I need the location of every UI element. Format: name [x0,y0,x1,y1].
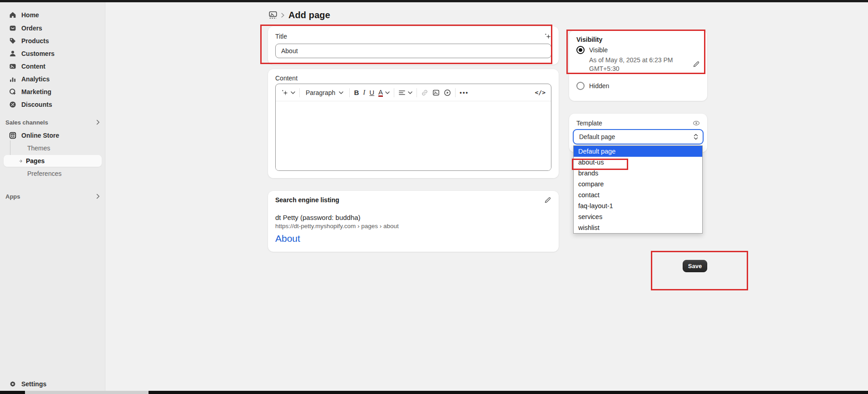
bottom-bar-segment [25,391,149,394]
text-color-button[interactable]: A [378,89,390,97]
visible-label: Visible [589,46,608,54]
content-icon [9,63,16,70]
edit-visibility-date-button[interactable] [693,60,700,68]
sidebar-item-label: Themes [27,145,50,152]
visibility-option-visible[interactable]: Visible [576,46,700,54]
bold-button[interactable]: B [354,89,359,96]
more-options-button[interactable]: ••• [460,89,469,96]
breadcrumb: Add page [269,9,330,21]
sidebar-item-label: Products [21,37,49,45]
template-select[interactable]: Default page [573,129,704,145]
sidebar-item-analytics[interactable]: Analytics [4,73,102,85]
sidebar-item-orders[interactable]: Orders [4,22,102,34]
bottom-bar [0,391,868,394]
sidebar-item-label: Content [21,63,45,70]
visibility-title: Visibility [576,36,700,46]
sales-channels-label: Sales channels [5,119,48,126]
hidden-label: Hidden [589,82,609,90]
breadcrumb-separator-icon [281,13,284,18]
template-dropdown-menu: Default page about-us brands compare con… [573,145,703,234]
shopify-admin-add-page: Home Orders Products Customers Content A… [0,0,868,394]
eye-icon[interactable] [693,120,700,127]
orders-icon [9,25,16,32]
apps-header[interactable]: Apps [5,191,100,201]
toolbar-divider [299,88,300,97]
dropdown-option-about-us[interactable]: about-us [574,157,702,168]
visibility-option-hidden[interactable]: Hidden [576,82,609,90]
alignment-button[interactable] [398,89,412,96]
sidebar-item-content[interactable]: Content [4,60,102,72]
ai-assist-button[interactable] [281,89,295,96]
link-icon [421,89,428,96]
dropdown-option-default-page[interactable]: Default page [574,146,702,157]
toolbar-divider [349,88,350,97]
sales-channels-header[interactable]: Sales channels [5,117,100,127]
save-button[interactable]: Save [683,260,707,272]
chevron-down-icon [339,91,343,94]
magic-sparkle-icon [281,89,288,96]
top-bar [0,0,868,2]
sidebar-item-label: Customers [21,50,55,57]
radio-selected-icon[interactable] [576,46,585,54]
editor-text-area[interactable] [276,101,551,171]
insert-image-button[interactable] [432,89,440,96]
home-icon [9,11,16,19]
sidebar-item-products[interactable]: Products [4,35,102,47]
visible-date-line2: GMT+5:30 [589,65,680,73]
search-engine-listing-card: Search engine listing dt Petty (password… [268,191,559,252]
sidebar-item-online-store[interactable]: Online Store [4,130,102,141]
sidebar-item-preferences[interactable]: Preferences [4,168,102,180]
sidebar-item-home[interactable]: Home [4,9,102,21]
dropdown-option-brands[interactable]: brands [574,168,702,179]
visible-date-meta: As of May 8, 2025 at 6:23 PM GMT+5:30 [589,56,680,73]
paragraph-style-dropdown[interactable]: Paragraph [304,89,345,96]
arrow-right-icon [19,159,22,164]
dropdown-option-services[interactable]: services [574,211,702,222]
show-html-button[interactable]: </> [535,89,546,96]
sidebar-item-label: Marketing [21,88,51,95]
sidebar-item-label: Settings [21,380,46,388]
sidebar-item-pages[interactable]: Pages [4,155,102,167]
sidebar-item-label: Pages [26,157,45,165]
radio-unselected-icon[interactable] [576,82,585,90]
toolbar-divider [394,88,394,97]
sidebar-item-label: Preferences [27,170,61,177]
content-label: Content [275,73,551,84]
editor-toolbar: Paragraph B I U A [276,84,551,101]
visibility-card: Visibility Visible As of May 8, 2025 at … [569,30,707,101]
sidebar-item-marketing[interactable]: Marketing [4,86,102,98]
insert-video-button[interactable] [444,89,451,96]
pages-icon[interactable] [269,11,277,19]
sidebar-item-customers[interactable]: Customers [4,48,102,60]
dropdown-option-compare[interactable]: compare [574,179,702,190]
dropdown-option-faq-layout-1[interactable]: faq-layout-1 [574,200,702,211]
video-play-icon [444,89,451,96]
magic-sparkle-icon[interactable] [544,33,551,40]
content-card: Content Paragraph B I U A [268,69,559,178]
text-color-label: A [378,89,383,97]
edit-pencil-icon[interactable] [544,196,551,204]
sidebar-item-settings[interactable]: Settings [4,378,102,390]
template-title: Template [576,120,602,127]
italic-button[interactable]: I [363,89,365,96]
seo-page-title-link[interactable]: About [275,233,551,244]
insert-link-button[interactable] [421,89,428,96]
sidebar-item-label: Orders [21,25,42,32]
select-updown-icon [694,134,698,140]
sidebar-item-themes[interactable]: Themes [4,142,102,154]
products-icon [9,37,16,45]
title-input[interactable] [275,44,551,58]
sidebar-item-discounts[interactable]: Discounts [4,99,102,110]
chevron-down-icon [408,91,412,94]
apps-label: Apps [5,193,20,200]
dropdown-option-contact[interactable]: contact [574,190,702,200]
gear-icon [9,380,16,388]
visible-date-line1: As of May 8, 2025 at 6:23 PM [589,56,680,65]
rich-text-editor[interactable]: Paragraph B I U A [275,84,551,171]
title-card: Title [268,26,559,65]
chevron-down-icon [385,91,390,94]
customers-icon [9,50,16,57]
dropdown-option-wishlist[interactable]: wishlist [574,222,702,233]
chevron-right-icon [96,120,100,125]
underline-button[interactable]: U [369,89,374,96]
